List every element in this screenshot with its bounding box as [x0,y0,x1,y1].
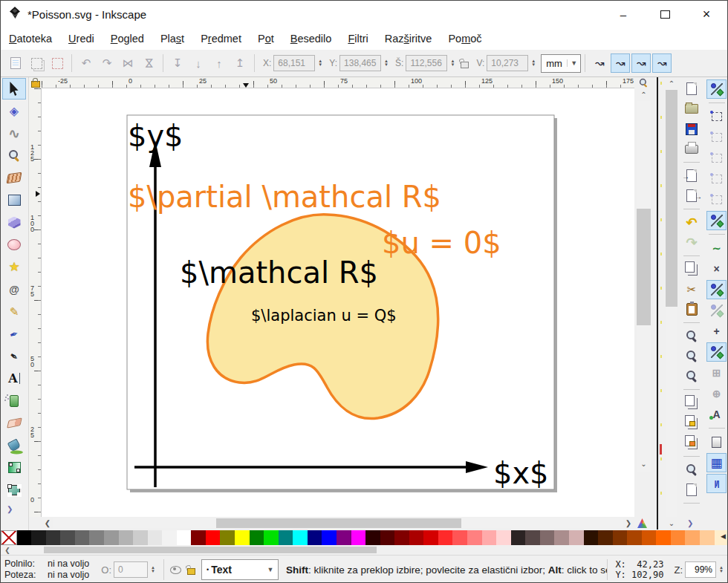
close-button[interactable]: × [686,1,727,27]
palette-swatch[interactable] [700,530,715,545]
x-field-spinner[interactable]: ▲▼ [316,55,325,71]
tool-gradient[interactable] [2,457,26,478]
duplicate-button[interactable] [681,394,702,412]
flip-horizontal-button[interactable]: ⋈ [118,53,137,73]
palette-scroll-left-button[interactable]: ❮ [2,545,13,555]
label-equation[interactable]: $\laplacian u = Q$ [251,307,397,325]
palette-swatch[interactable] [584,530,599,545]
dock-scrollbar[interactable]: ⌃ ⌄ [665,77,678,530]
scroll-up-button[interactable]: ⌃ [634,88,653,100]
palette-swatch[interactable] [656,530,671,545]
palette-swatch[interactable] [250,530,264,545]
palette-swatch[interactable] [482,530,497,545]
dock-separator[interactable] [657,77,663,530]
opacity-spinner[interactable]: ▲▼ [149,561,157,578]
palette-swatch[interactable] [191,530,206,545]
palette-swatch[interactable] [133,530,148,545]
palette-scrollbar[interactable]: ❮ [1,545,728,555]
menu-item-pot[interactable]: Pot [250,30,282,48]
flip-vertical-button[interactable]: ⋈ [139,53,158,73]
palette-swatch[interactable] [671,530,686,545]
lower-button[interactable]: ↓ [189,53,208,73]
tool-star[interactable]: ★ [2,256,26,278]
palette-swatch[interactable] [642,530,657,545]
snap-nodes-toggle[interactable] [706,211,727,230]
transform-corners-toggle[interactable]: ↝ [611,53,630,73]
palette-swatch[interactable] [235,530,250,545]
commands-bar-expander[interactable]: ❯ [687,519,693,527]
label-boundary[interactable]: $\partial \mathcal R$ [128,180,441,214]
palette-swatch[interactable] [119,530,134,545]
document-properties-button[interactable] [681,481,702,499]
tool-node-editor[interactable]: ◈ [2,100,26,122]
minimize-button[interactable]: – [602,1,644,27]
open-document-button[interactable] [681,100,702,118]
snap-path-intersections-toggle[interactable]: × [706,259,727,279]
opacity-field[interactable]: 0 [114,561,148,578]
paste-button[interactable] [681,300,702,319]
palette-swatch-none[interactable] [1,530,17,545]
snap-enabled-toggle[interactable] [706,79,727,99]
height-field[interactable]: 10,273 [487,55,528,71]
tool-rectangle[interactable] [2,189,26,211]
palette-swatch[interactable] [293,530,308,545]
snap-paths-toggle[interactable]: ∼ [706,238,727,258]
dock-scroll-down-button[interactable]: ⌄ [665,517,678,529]
units-dropdown[interactable]: mm ▼ [541,54,581,73]
palette-swatch[interactable] [467,530,482,545]
label-dirichlet[interactable]: $u = 0$ [382,226,501,260]
height-field-spinner[interactable]: ▲▼ [529,55,538,71]
menu-item-filtri[interactable]: Filtri [339,30,376,48]
label-y-axis[interactable]: $y$ [128,119,183,153]
palette-swatch[interactable] [452,530,467,545]
scroll-right-button[interactable]: ❯ [623,517,634,530]
tool-text[interactable]: A [2,368,26,389]
horizontal-scrollbar[interactable]: ❮ ❯ [42,517,634,530]
y-field-spinner[interactable]: ▲▼ [382,55,391,71]
rotate-ccw-button[interactable]: ↶ [77,53,96,73]
tool-selector[interactable] [2,78,26,100]
color-managed-view-icon[interactable] [637,518,647,528]
select-all-layers-button[interactable] [27,53,46,73]
label-region[interactable]: $\mathcal R$ [180,255,378,290]
tool-paint-bucket[interactable] [2,434,26,456]
canvas-viewport[interactable]: $y$ $\partial \mathcal R$ $u = 0$ $\math… [42,88,634,517]
select-all-button[interactable] [6,53,25,73]
palette-swatch[interactable] [206,530,221,545]
palette-swatch[interactable] [569,530,584,545]
tool-eraser[interactable] [2,412,26,434]
zoom-selection-button[interactable] [681,327,702,345]
snap-object-centers-toggle[interactable]: ⊞ [706,363,727,382]
snap-bbox-edge-midpoints-toggle[interactable] [706,169,727,189]
palette-swatch[interactable] [17,530,32,545]
scroll-left-button[interactable]: ❮ [42,517,53,530]
snap-page-border-toggle[interactable] [706,432,727,452]
palette-swatch[interactable] [540,530,555,545]
palette-swatch[interactable] [613,530,628,545]
palette-swatch[interactable] [496,530,511,545]
snap-text-baselines-toggle[interactable]: A [706,405,727,424]
quick-zoom-button[interactable] [634,77,653,88]
palette-swatch[interactable] [220,530,235,545]
palette-swatch[interactable] [409,530,424,545]
tool-spray[interactable] [2,390,26,411]
snap-smooth-nodes-toggle[interactable] [706,301,727,320]
raise-to-top-button[interactable]: ↥ [230,53,250,73]
rotate-cw-button[interactable]: ↷ [97,53,117,73]
snap-guides-toggle[interactable]: |/| [706,474,727,493]
snap-bbox-centers-toggle[interactable] [706,190,727,209]
palette-swatch[interactable] [511,530,526,545]
tool-zoom[interactable] [2,145,26,166]
layer-visibility-icon[interactable] [170,566,181,574]
undo-button[interactable]: ↶ [681,213,702,232]
copy-button[interactable] [681,260,702,279]
horizontal-ruler[interactable]: -250255075100125150175 [42,77,634,88]
tool-spiral[interactable]: @ [2,279,26,300]
dock-scroll-up-button[interactable]: ⌃ [665,77,678,89]
redo-button[interactable]: ↷ [681,233,702,252]
palette-swatch[interactable] [89,530,104,545]
palette-swatch[interactable] [322,530,337,545]
snap-grids-toggle[interactable]: ▦ [706,453,727,472]
snap-cusp-nodes-toggle[interactable] [706,280,727,299]
zoom-spinner[interactable]: ▲▼ [717,561,726,578]
